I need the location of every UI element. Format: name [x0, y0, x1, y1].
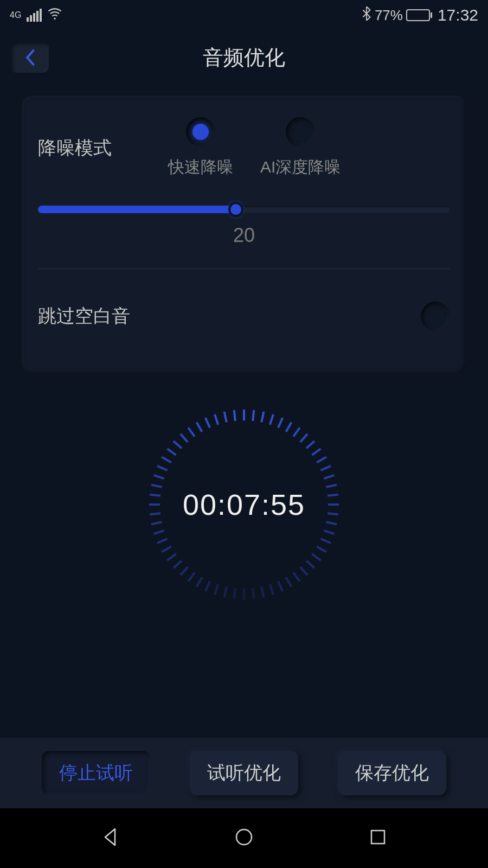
nav-recent-icon[interactable]	[367, 826, 389, 851]
svg-line-14	[328, 495, 338, 496]
svg-line-22	[306, 561, 314, 568]
svg-line-49	[157, 466, 167, 470]
slider-value: 20	[38, 224, 450, 247]
svg-line-18	[324, 531, 334, 534]
skip-silence-row: 跳过空白音	[38, 291, 450, 342]
svg-line-33	[215, 584, 218, 595]
svg-line-8	[306, 441, 314, 448]
skip-silence-toggle[interactable]	[421, 302, 450, 331]
svg-line-21	[312, 554, 320, 560]
svg-line-52	[174, 441, 182, 448]
chevron-left-icon	[24, 49, 36, 66]
android-nav-bar	[0, 808, 488, 868]
svg-line-19	[321, 539, 331, 543]
svg-line-24	[293, 572, 300, 581]
back-button[interactable]	[11, 42, 49, 73]
svg-line-9	[312, 449, 320, 455]
svg-line-42	[154, 531, 164, 534]
svg-line-51	[167, 449, 176, 455]
svg-line-36	[188, 572, 195, 581]
svg-line-23	[300, 567, 307, 575]
svg-line-59	[234, 410, 235, 421]
svg-line-11	[321, 466, 331, 470]
svg-line-53	[181, 434, 188, 442]
noise-slider-section: 20	[38, 206, 450, 247]
battery-percent: 77%	[375, 7, 403, 24]
svg-line-50	[162, 457, 171, 463]
svg-line-57	[215, 414, 218, 425]
svg-line-27	[270, 584, 273, 595]
header: 音频优化	[0, 30, 488, 85]
timer-ticks-icon	[146, 407, 342, 602]
svg-line-1	[253, 410, 254, 421]
svg-line-25	[286, 577, 292, 586]
svg-rect-61	[371, 831, 384, 844]
status-time: 17:32	[438, 6, 478, 24]
save-optimize-button[interactable]: 保存优化	[338, 751, 446, 795]
svg-line-20	[317, 547, 326, 552]
svg-line-43	[151, 522, 162, 524]
svg-line-28	[261, 587, 264, 598]
preview-optimize-button[interactable]: 试听优化	[190, 751, 298, 795]
svg-line-5	[286, 422, 292, 431]
nav-back-icon[interactable]	[99, 826, 121, 851]
svg-line-2	[261, 412, 264, 423]
svg-line-6	[293, 427, 300, 436]
skip-silence-label: 跳过空白音	[38, 304, 168, 329]
svg-line-39	[167, 554, 176, 560]
radio-indicator-unselected	[286, 117, 315, 146]
noise-slider[interactable]	[38, 206, 450, 213]
svg-line-35	[197, 577, 202, 586]
radio-label-fast: 快速降噪	[168, 156, 233, 178]
svg-line-58	[224, 412, 227, 423]
svg-line-34	[206, 582, 210, 591]
svg-line-31	[234, 588, 235, 599]
timer-section: 00:07:55	[0, 407, 488, 602]
network-type: 4G	[10, 11, 21, 20]
radio-ai-deep-noise[interactable]: AI深度降噪	[260, 117, 341, 178]
svg-line-7	[300, 434, 307, 442]
page-title: 音频优化	[203, 44, 285, 72]
svg-line-13	[326, 485, 337, 487]
svg-line-29	[253, 588, 254, 599]
signal-icon	[27, 9, 42, 22]
svg-line-40	[162, 547, 171, 552]
svg-line-10	[317, 457, 326, 463]
noise-mode-label: 降噪模式	[38, 136, 168, 161]
svg-line-4	[278, 418, 282, 427]
action-bar: 停止试听 试听优化 保存优化	[0, 738, 488, 808]
wifi-icon	[47, 7, 62, 24]
svg-line-41	[157, 539, 167, 543]
svg-line-38	[174, 561, 182, 568]
svg-line-3	[270, 414, 273, 425]
svg-line-46	[150, 495, 160, 496]
radio-label-ai: AI深度降噪	[260, 156, 341, 178]
battery-icon	[406, 9, 432, 21]
status-bar: 4G 77% 17:32	[0, 0, 488, 30]
timer-circle: 00:07:55	[146, 407, 342, 602]
svg-line-48	[154, 475, 164, 478]
svg-line-12	[324, 475, 334, 478]
svg-line-56	[206, 418, 210, 427]
svg-line-16	[328, 513, 338, 514]
radio-indicator-selected	[186, 117, 215, 146]
slider-fill	[38, 206, 236, 213]
bluetooth-icon	[362, 7, 371, 24]
svg-line-17	[326, 522, 337, 524]
svg-point-60	[236, 829, 252, 845]
slider-thumb[interactable]	[228, 202, 243, 217]
settings-card: 降噪模式 快速降噪 AI深度降噪 20 跳过空白音	[22, 95, 466, 374]
svg-line-44	[150, 513, 160, 514]
svg-line-54	[188, 427, 195, 436]
svg-line-47	[151, 485, 162, 487]
svg-line-55	[197, 422, 202, 431]
svg-line-26	[278, 582, 282, 591]
radio-fast-noise[interactable]: 快速降噪	[168, 117, 233, 178]
svg-line-32	[224, 587, 227, 598]
stop-preview-button[interactable]: 停止试听	[42, 751, 150, 795]
nav-home-icon[interactable]	[233, 826, 255, 851]
svg-line-37	[181, 567, 188, 575]
divider	[38, 269, 450, 269]
noise-reduction-row: 降噪模式 快速降噪 AI深度降噪	[38, 117, 450, 178]
